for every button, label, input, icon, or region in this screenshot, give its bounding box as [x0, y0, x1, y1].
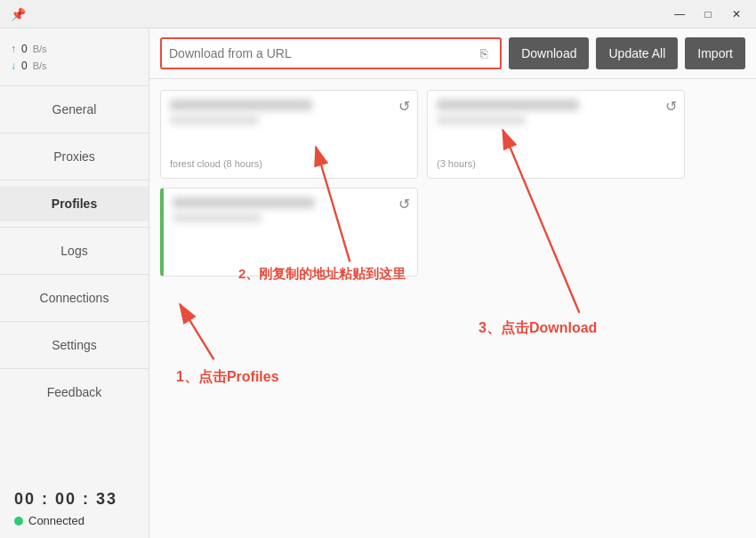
- pin-icon: 📌: [11, 7, 26, 21]
- sidebar-divider-5: [0, 274, 149, 275]
- profile-sub-blur-3: [173, 213, 261, 222]
- sidebar-item-logs[interactable]: Logs: [0, 233, 149, 269]
- profile-name-blur-2: [437, 100, 579, 110]
- import-button[interactable]: Import: [685, 37, 745, 69]
- download-unit: B/s: [33, 59, 47, 75]
- profile-card-1[interactable]: forest cloud (8 hours) ↺: [160, 90, 418, 179]
- sidebar-item-feedback[interactable]: Feedback: [0, 374, 149, 410]
- annotation-step1: 1、点击Profiles: [176, 368, 279, 387]
- sidebar-item-profiles[interactable]: Profiles: [0, 186, 149, 221]
- minimize-button[interactable]: —: [667, 4, 692, 24]
- connected-dot-icon: [14, 517, 23, 526]
- traffic-up-row: ↑ 0 B/s: [11, 41, 138, 58]
- upload-unit: B/s: [33, 42, 47, 58]
- connected-label: Connected: [28, 514, 84, 527]
- copy-icon[interactable]: ⎘: [475, 44, 493, 62]
- sidebar-divider-7: [0, 368, 149, 369]
- sidebar-item-connections[interactable]: Connections: [0, 280, 149, 316]
- profile-name-blur-1: [170, 100, 312, 110]
- down-arrow-icon: ↓: [11, 58, 16, 75]
- sidebar-divider-2: [0, 132, 149, 133]
- sidebar-divider-6: [0, 321, 149, 322]
- sidebar-divider-1: [0, 85, 149, 86]
- title-bar: 📌 — □ ✕: [0, 0, 756, 28]
- sidebar-divider-3: [0, 180, 149, 181]
- traffic-down-row: ↓ 0 B/s: [11, 58, 138, 75]
- upload-value: 0: [21, 41, 28, 58]
- timer-display: 00 : 00 : 33: [14, 490, 134, 509]
- profile-refresh-btn-2[interactable]: ↺: [665, 98, 677, 115]
- annotation-step3: 3、点击Download: [479, 319, 597, 338]
- url-input-wrapper[interactable]: ⎘: [160, 37, 502, 69]
- title-bar-controls: — □ ✕: [667, 4, 749, 24]
- profile-name-blur-3: [173, 197, 315, 208]
- profiles-area: forest cloud (8 hours) ↺ (3 hours) ↺: [149, 79, 756, 538]
- connection-status: Connected: [14, 514, 134, 527]
- close-button[interactable]: ✕: [724, 4, 749, 24]
- main-content: ⎘ Download Update All Import forest clou…: [149, 28, 756, 538]
- sidebar-item-settings[interactable]: Settings: [0, 327, 149, 363]
- profile-sub-blur-1: [170, 116, 259, 124]
- toolbar: ⎘ Download Update All Import: [149, 28, 756, 79]
- profile-refresh-btn-1[interactable]: ↺: [398, 98, 410, 115]
- profile-sub-blur-2: [437, 116, 526, 124]
- sidebar: ↑ 0 B/s ↓ 0 B/s General Proxies Profiles…: [0, 28, 149, 538]
- profile-time-1: forest cloud (8 hours): [170, 158, 408, 169]
- profile-card-3[interactable]: ↺: [160, 188, 418, 277]
- profile-refresh-btn-3[interactable]: ↺: [398, 196, 410, 213]
- profile-card-2[interactable]: (3 hours) ↺: [427, 90, 685, 179]
- sidebar-divider-4: [0, 227, 149, 228]
- url-input[interactable]: [169, 46, 475, 60]
- traffic-info: ↑ 0 B/s ↓ 0 B/s: [0, 36, 149, 80]
- svg-line-1: [180, 304, 213, 359]
- update-all-button[interactable]: Update All: [596, 37, 678, 69]
- sidebar-bottom: 00 : 00 : 33 Connected: [0, 479, 149, 538]
- sidebar-item-proxies[interactable]: Proxies: [0, 139, 149, 174]
- up-arrow-icon: ↑: [11, 41, 16, 58]
- sidebar-item-general[interactable]: General: [0, 92, 149, 127]
- download-button[interactable]: Download: [509, 37, 589, 69]
- profile-time-2: (3 hours): [437, 158, 675, 169]
- maximize-button[interactable]: □: [696, 4, 720, 24]
- app-container: ↑ 0 B/s ↓ 0 B/s General Proxies Profiles…: [0, 28, 756, 538]
- download-value: 0: [21, 58, 28, 75]
